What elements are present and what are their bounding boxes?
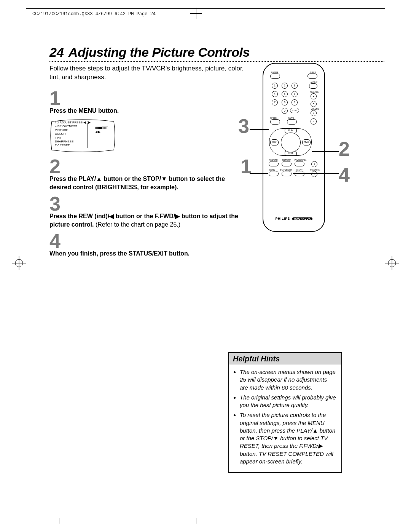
header-rule [26,8,385,9]
tv-menu-item: PICTURE [55,128,91,132]
title-row: 24 Adjusting the Picture Controls [49,45,384,60]
hint-item: The original settings will probably give… [240,394,337,409]
keypad-2[interactable]: 2 [282,83,288,89]
keypad-3[interactable]: 3 [292,83,298,89]
step-bold: When you finish, press the STATUS/EXIT b… [49,250,190,257]
page-number: 24 [49,45,64,60]
tv-menu-item: SHARPNESS [55,140,91,144]
power-button[interactable] [270,73,280,79]
tracking-down-button[interactable]: ▾ [311,171,317,177]
step-text: Press the PLAY/▲ button or the STOP/▼ bu… [49,175,247,191]
plus100-button[interactable]: +100 [290,108,299,113]
tv-arrows-icon: ◀ ▶ [95,130,100,134]
rew-button[interactable]: REW [270,139,279,145]
tv-screen-illustration: TO ADJUST PRESS ◀ / ▶ BRIGHTNESS PICTURE… [49,118,116,154]
remote-control-illustration: POWER SLEEP 1 2 3 A-Z/D.C 4 5 6 CHANNEL … [247,63,339,238]
tv-menu-item: TINT [55,136,91,140]
speed-button[interactable] [270,119,280,125]
keypad-8[interactable]: 8 [282,99,288,105]
brand: PHILIPS MAGNAVOX [263,217,324,220]
recotr-button[interactable] [269,161,279,166]
statusexit-button[interactable] [282,171,292,176]
callout-2: 2 [339,139,350,159]
callout-4: 4 [339,165,350,185]
callout-3: 3 [238,116,249,136]
memory-button[interactable] [282,161,292,166]
brand-magnavox: MAGNAVOX [292,217,312,220]
hint-item: The on-screen menus shown on page 25 wil… [240,368,337,391]
callout-line [312,151,339,152]
step-text: Press the MENU button. [49,107,247,115]
callout-line [250,129,269,130]
crop-mark [196,518,196,524]
crop-mark [59,518,59,524]
dpad-center [281,133,301,152]
dpad: PLAY REW F.FWD STOP [269,128,312,156]
keypad-1[interactable]: 1 [272,83,278,89]
step-text: Press the REW (ind)/◀ button or the F.FW… [49,212,247,228]
volume-label: VOLUME [311,108,319,110]
sleep-button[interactable] [307,73,317,79]
print-header: CCZ191/CCZ191comb.QX33 4/6/99 6:42 PM Pa… [32,11,156,17]
step-bold: Press the MENU button. [49,107,119,114]
ffwd-button[interactable]: F.FWD [302,139,311,145]
step-number: 2 [49,158,247,176]
pausestill-button[interactable] [295,161,304,166]
channel-label: CHANNEL [310,91,319,93]
azdc-button[interactable] [309,83,317,89]
step-number: 3 [49,195,247,213]
channel-down-button[interactable]: ▾ [311,101,317,107]
callout-line [250,173,268,174]
tracking-up-button[interactable]: ▴ [311,161,317,167]
tv-slider-icon: ▮▮▮▮▮▮▯▯▯▯▯ [95,126,108,129]
step-text: When you finish, press the STATUS/EXIT b… [49,249,247,258]
tv-menu-item: BRIGHTNESS [55,125,91,128]
stop-button[interactable]: STOP [285,151,297,156]
callout-line [293,173,339,174]
remote-column: POWER SLEEP 1 2 3 A-Z/D.C 4 5 6 CHANNEL … [228,63,335,238]
keypad-6[interactable]: 6 [292,91,298,97]
hints-title: Helpful Hints [229,353,341,365]
hint-item: To reset the picture controls to the ori… [240,411,337,465]
brand-philips: PHILIPS [275,217,290,220]
step-bold: Press the PLAY/▲ button or the STOP/▼ bu… [49,176,225,190]
tv-menu-header: TO ADJUST PRESS ◀ / ▶ [55,121,91,125]
keypad-4[interactable]: 4 [272,91,278,97]
registration-mark-icon [385,256,399,270]
page-title: Adjusting the Picture Controls [68,45,250,60]
intro-text: Follow these steps to adjust the TV/VCR'… [49,64,247,82]
crop-mark [196,8,196,19]
channel-up-button[interactable]: ▴ [311,93,317,99]
keypad-5[interactable]: 5 [282,91,288,97]
menu-button[interactable] [269,171,279,176]
helpful-hints-box: Helpful Hints The on-screen menus shown … [228,352,342,473]
step-number: 1 [49,89,247,107]
keypad-9[interactable]: 9 [292,99,298,105]
remote-body: POWER SLEEP 1 2 3 A-Z/D.C 4 5 6 CHANNEL … [263,63,325,232]
steps-column: 1 Press the MENU button. TO ADJUST PRESS… [49,86,247,258]
volume-down-button[interactable]: ▾ [311,118,317,125]
tv-menu-item: COLOR [55,132,91,136]
tv-menu-item: TV RESET [55,144,91,147]
tv-menu-text: TO ADJUST PRESS ◀ / ▶ BRIGHTNESS PICTURE… [55,121,91,147]
manual-page: CCZ191/CCZ191comb.QX33 4/6/99 6:42 PM Pa… [0,0,411,532]
dotted-rule [49,61,384,62]
registration-mark-icon [12,256,26,270]
keypad-0[interactable]: 0 [282,108,288,114]
volume-up-button[interactable]: ▴ [311,110,317,116]
keypad-7[interactable]: 7 [272,99,278,105]
mute-button[interactable] [287,119,297,125]
step-normal: (Refer to the chart on page 25.) [94,221,180,228]
hints-body: The on-screen menus shown on page 25 wil… [229,365,341,472]
step-number: 4 [49,232,247,250]
